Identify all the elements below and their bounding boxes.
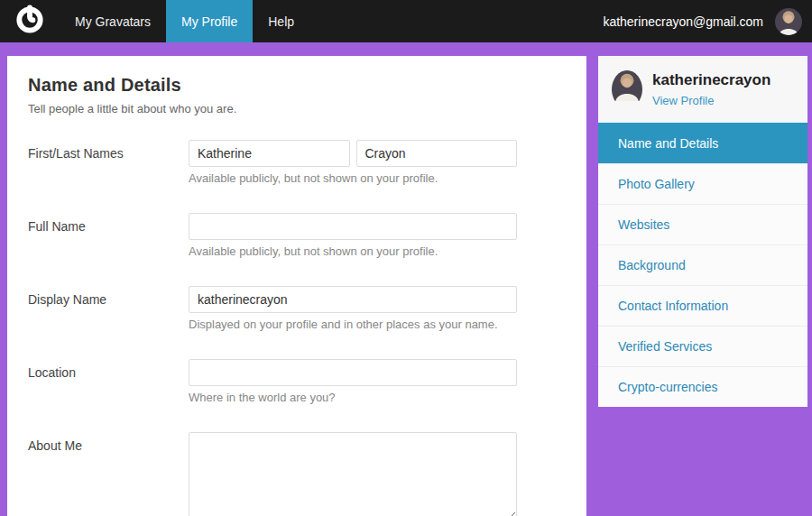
sidebar-item-verified-services[interactable]: Verified Services [598,326,807,366]
sidebar-identity: katherinecrayon View Profile [652,70,770,108]
sidebar-avatar [612,70,642,108]
field-label-location: Location [28,359,189,404]
gravatar-logo-button[interactable] [0,0,60,42]
field-controls: Tell people a little about yourself. [189,432,517,516]
location-input[interactable] [189,359,517,386]
field-controls: Available publicly, but not shown on you… [189,140,517,185]
sidebar-username: katherinecrayon [652,70,770,89]
nav-item-my-profile[interactable]: My Profile [166,0,253,42]
sidebar-item-websites[interactable]: Websites [598,204,807,244]
last-name-input[interactable] [356,140,518,167]
sidebar-header: katherinecrayon View Profile [598,56,807,123]
field-help-text: Where in the world are you? [189,391,517,404]
sidebar-item-name-and-details[interactable]: Name and Details [598,123,807,163]
field-help-text: Displayed on your profile and in other p… [189,318,517,331]
sidebar-item-background[interactable]: Background [598,244,807,285]
topbar-account: katherinecrayon@gmail.com [603,0,812,42]
form-row-location: LocationWhere in the world are you? [28,359,566,404]
field-label-full-name: Full Name [28,213,189,258]
first-name-input[interactable] [189,140,350,167]
form-row-display-name: Display NameDisplayed on your profile an… [28,286,566,331]
field-controls: Where in the world are you? [189,359,517,404]
sidebar-nav: Name and DetailsPhoto GalleryWebsitesBac… [598,123,807,407]
about-me-textarea[interactable] [189,432,517,516]
form-row-about-me: About MeTell people a little about yours… [28,432,566,516]
form-row-full-name: Full NameAvailable publicly, but not sho… [28,213,566,258]
field-help-text: Available publicly, but not shown on you… [189,244,517,258]
profile-form: First/Last NamesAvailable publicly, but … [28,140,566,516]
sidebar-item-contact-information[interactable]: Contact Information [598,285,807,326]
field-label-first-last-names: First/Last Names [28,140,189,185]
field-controls: Displayed on your profile and in other p… [189,286,517,331]
field-label-display-name: Display Name [28,286,189,331]
profile-sidebar: katherinecrayon View Profile Name and De… [598,56,807,407]
field-label-about-me: About Me [28,432,189,516]
display-name-input[interactable] [189,286,517,313]
topbar-nav: My GravatarsMy ProfileHelp [60,0,309,42]
view-profile-link[interactable]: View Profile [652,94,714,107]
page-body: Name and Details Tell people a little bi… [0,42,812,516]
profile-card: Name and Details Tell people a little bi… [7,56,586,516]
field-controls: Available publicly, but not shown on you… [189,213,517,258]
page-subtitle: Tell people a little bit about who you a… [28,102,566,115]
nav-item-my-gravatars[interactable]: My Gravatars [60,0,166,42]
topbar: My GravatarsMy ProfileHelp katherinecray… [0,0,812,42]
nav-item-help[interactable]: Help [253,0,309,42]
account-email: katherinecrayon@gmail.com [603,14,763,29]
field-help-text: Available publicly, but not shown on you… [189,171,517,185]
form-row-first-last-names: First/Last NamesAvailable publicly, but … [28,140,566,185]
sidebar-item-photo-gallery[interactable]: Photo Gallery [598,163,807,204]
account-avatar[interactable] [775,8,802,35]
full-name-input[interactable] [189,213,517,240]
gravatar-logo-icon [14,5,45,39]
page-title: Name and Details [28,75,566,96]
sidebar-item-crypto-currencies[interactable]: Crypto-currencies [598,366,807,407]
